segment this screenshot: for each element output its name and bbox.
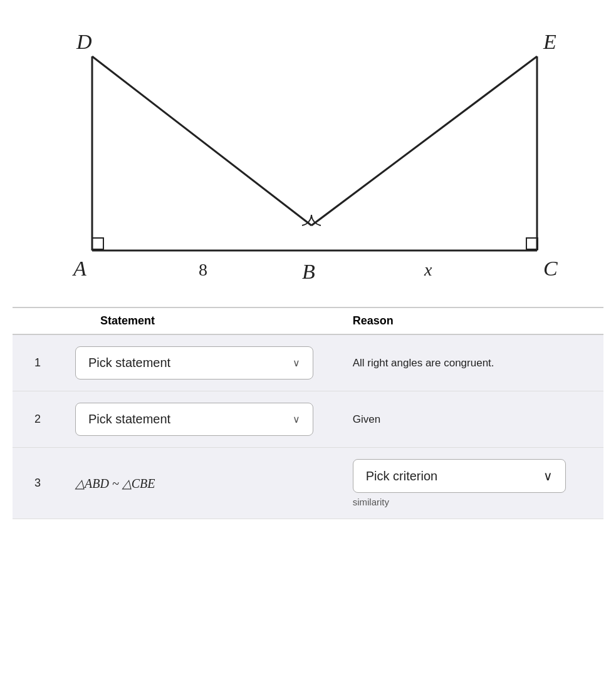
row-number-1: 1 [13,334,63,391]
reason-cell-1: All right angles are congruent. [340,334,603,391]
svg-rect-6 [526,238,538,249]
chevron-down-icon: ∨ [293,357,300,369]
row-number-3: 3 [13,448,63,519]
statement-math-3: △ABD ~ △CBE [75,477,155,490]
pick-statement-button-2[interactable]: Pick statement ∨ [75,403,313,436]
label-D: D [76,30,92,53]
reason-text-1: All right angles are congruent. [353,357,494,369]
col-number-header [13,307,63,334]
col-statement-header: Statement [63,307,340,334]
svg-line-4 [311,56,537,225]
statement-cell-2: Pick statement ∨ [63,391,340,448]
pick-statement-button-1[interactable]: Pick statement ∨ [75,346,313,380]
table-row: 2 Pick statement ∨ Given [13,391,603,448]
label-x: x [424,260,432,279]
geometry-diagram: D E A B C 8 x [42,19,575,282]
label-A: A [72,257,86,280]
pick-criterion-button[interactable]: Pick criterion ∨ [353,459,566,493]
svg-rect-5 [92,238,103,249]
row-number-2: 2 [13,391,63,448]
statement-cell-1: Pick statement ∨ [63,334,340,391]
reason-sub-3: similarity [353,497,591,507]
label-E: E [543,30,556,53]
proof-table-section: Statement Reason 1 Pick statement ∨ All … [0,307,616,519]
reason-cell-3: Pick criterion ∨ similarity [340,448,603,519]
label-8: 8 [199,260,207,279]
pick-statement-label-2: Pick statement [88,412,170,426]
label-B: B [302,260,315,282]
table-row: 3 △ABD ~ △CBE Pick criterion ∨ similarit… [13,448,603,519]
reason-cell-2: Given [340,391,603,448]
chevron-down-icon-2: ∨ [293,413,300,425]
diagram-container: D E A B C 8 x [0,0,616,294]
chevron-down-icon-3: ∨ [543,468,553,483]
label-C: C [543,257,558,280]
reason-text-2: Given [353,413,380,425]
proof-table: Statement Reason 1 Pick statement ∨ All … [13,307,603,519]
col-reason-header: Reason [340,307,603,334]
pick-statement-label-1: Pick statement [88,356,170,370]
svg-line-2 [92,56,311,225]
statement-cell-3: △ABD ~ △CBE [63,448,340,519]
table-row: 1 Pick statement ∨ All right angles are … [13,334,603,391]
pick-criterion-label: Pick criterion [366,469,437,483]
